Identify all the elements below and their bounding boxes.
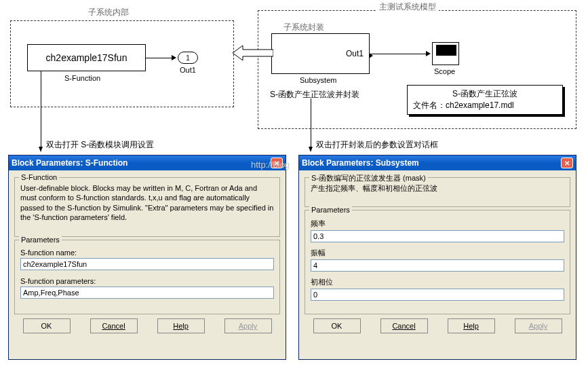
subsystem-block[interactable]: Out1 [271, 33, 370, 74]
help-button-right[interactable]: Help [448, 318, 495, 333]
dialog-body-right: S-函数编写的正弦波发生器 (mask) 产生指定频率、幅度和初相位的正弦波 P… [299, 170, 576, 339]
apply-button-left[interactable]: Apply [224, 318, 272, 333]
cancel-button-right[interactable]: Cancel [380, 318, 428, 333]
callout-arrow-right [309, 147, 313, 152]
diagram-area: 子系统内部 ch2example17Sfun S-Function 1 Out1… [7, 3, 581, 139]
ok-button-left[interactable]: OK [23, 318, 71, 333]
subsystem-out-label: Out1 [346, 49, 364, 58]
label-sfun-params: S-function parameters: [20, 277, 274, 285]
arrowhead-sfun-to-out [172, 55, 176, 60]
callout-arrow-left [39, 147, 43, 152]
help-label-left: Help [173, 322, 189, 330]
line-sfun-to-out [146, 58, 173, 58]
subsystem-internal-label: 子系统内部 [88, 7, 129, 18]
input-phase[interactable] [311, 289, 564, 301]
apply-button-right[interactable]: Apply [515, 318, 562, 333]
line-subsys-to-scope [370, 54, 427, 54]
sfunction-caption: S-Function [64, 74, 100, 82]
apply-label-left: Apply [239, 322, 258, 330]
input-amp[interactable] [311, 259, 564, 272]
titlebar-sfunction[interactable]: Block Parameters: S-Function ✕ [9, 155, 286, 170]
dialog-sfunction: Block Parameters: S-Function ✕ S-Functio… [8, 155, 286, 360]
subsystem-note: S-函数产生正弦波并封装 [270, 89, 359, 100]
ok-label-left: OK [41, 322, 52, 330]
callout-text-right: 双击打开封装后的参数设置对话框 [316, 139, 438, 151]
apply-label-right: Apply [529, 322, 548, 330]
label-phase: 初相位 [311, 277, 564, 287]
ok-button-right[interactable]: OK [313, 318, 361, 333]
out-port-number: 1 [186, 54, 190, 62]
input-freq[interactable] [311, 230, 564, 242]
out-port-caption: Out1 [180, 66, 196, 74]
info-line2: 文件名：ch2example17.mdl [413, 100, 557, 111]
subsystem-wrap-label: 子系统封装 [283, 22, 324, 33]
dialog-body-left: S-Function User-definable block. Blocks … [9, 170, 286, 339]
label-amp: 振幅 [311, 248, 564, 258]
dialog-subsystem: Block Parameters: Subsystem ✕ S-函数编写的正弦波… [298, 155, 576, 360]
subsystem-caption: Subsystem [300, 76, 336, 84]
sfunction-description: User-definable block. Blocks may be writ… [20, 183, 274, 222]
group-mask-legend: S-函数编写的正弦波发生器 (mask) [309, 173, 428, 183]
button-row-left: OK Cancel Help Apply [14, 318, 280, 333]
callout-text-left: 双击打开 S-函数模块调用设置 [46, 139, 154, 151]
scope-block[interactable] [432, 42, 459, 65]
callout-line-right [311, 98, 311, 147]
sfunction-block[interactable]: ch2example17Sfun [27, 44, 146, 71]
cancel-label-left: Cancel [102, 322, 125, 330]
out-port[interactable]: 1 [178, 52, 198, 64]
info-line1: S-函数产生正弦波 [413, 88, 557, 100]
cancel-label-right: Cancel [392, 322, 415, 330]
label-freq: 频率 [311, 219, 564, 229]
arrowhead-subsys-to-scope [426, 51, 431, 56]
help-button-left[interactable]: Help [157, 318, 205, 333]
sfunction-block-text: ch2example17Sfun [46, 52, 128, 63]
cancel-button-left[interactable]: Cancel [90, 318, 138, 333]
hollow-arrow-icon [233, 45, 273, 60]
title-sfunction: Block Parameters: S-Function [12, 158, 128, 168]
group-params-legend-right: Parameters [309, 206, 352, 214]
label-sfun-name: S-function name: [20, 249, 274, 257]
info-line2-file: ch2example17.mdl [446, 100, 514, 110]
mask-description: 产生指定频率、幅度和初相位的正弦波 [311, 183, 564, 193]
main-model-label: 主测试系统模型 [376, 1, 439, 13]
button-row-right: OK Cancel Help Apply [305, 318, 570, 333]
info-box: S-函数产生正弦波 文件名：ch2example17.mdl [407, 85, 563, 115]
group-mask-desc: S-函数编写的正弦波发生器 (mask) 产生指定频率、幅度和初相位的正弦波 [305, 177, 570, 207]
title-subsystem: Block Parameters: Subsystem [302, 158, 419, 168]
titlebar-subsystem[interactable]: Block Parameters: Subsystem ✕ [299, 155, 576, 170]
help-label-right: Help [463, 322, 479, 330]
group-sfunction-desc: S-Function User-definable block. Blocks … [14, 177, 280, 237]
input-sfun-name[interactable] [20, 258, 274, 270]
scope-caption: Scope [434, 67, 455, 75]
group-sfunction-params: Parameters S-function name: S-function p… [14, 240, 280, 314]
info-line2-prefix: 文件名： [413, 100, 446, 110]
close-button-left[interactable]: ✕ [271, 158, 283, 168]
group-sfunction-legend: S-Function [19, 173, 59, 181]
input-sfun-params[interactable] [20, 287, 274, 299]
group-params-legend-left: Parameters [19, 236, 62, 244]
scope-screen-icon [436, 45, 456, 56]
group-subsystem-params: Parameters 频率 振幅 初相位 [305, 210, 570, 314]
callout-line-left [41, 71, 41, 147]
ok-label-right: OK [332, 322, 342, 330]
close-button-right[interactable]: ✕ [561, 158, 573, 168]
